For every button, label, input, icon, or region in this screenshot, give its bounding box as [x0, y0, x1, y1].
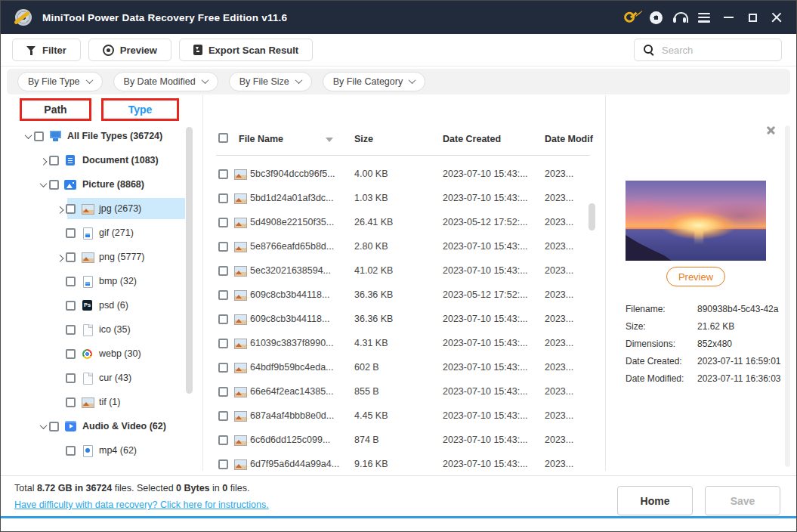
- tree-item-mp4-62[interactable]: mp4 (62): [1, 438, 196, 462]
- checkbox[interactable]: [49, 422, 59, 431]
- row-checkbox[interactable]: [218, 266, 228, 276]
- checkbox[interactable]: [66, 349, 76, 359]
- table-row[interactable]: 5ec32021638594...41.02 KB2023-07-10 15:4…: [203, 258, 605, 283]
- table-row[interactable]: 66e64f2eac14385...855 B2023-07-10 15:43:…: [203, 379, 605, 404]
- chevron-right-icon[interactable]: [37, 158, 49, 163]
- table-row[interactable]: 6c6d6dd125c099...874 B2023-07-10 15:43:.…: [203, 428, 605, 452]
- filter-dropdown-by-date-modified[interactable]: By Date Modified: [113, 72, 218, 91]
- close-preview-icon[interactable]: [765, 124, 777, 136]
- file-type-tree: All File Types (36724)Document (1083)Pic…: [1, 124, 196, 472]
- menu-icon[interactable]: [692, 5, 716, 29]
- tree-item-bmp-32[interactable]: bmp (32): [1, 269, 196, 293]
- checkbox[interactable]: [66, 204, 76, 214]
- row-checkbox[interactable]: [218, 363, 228, 373]
- chevron-down-icon[interactable]: [22, 134, 34, 139]
- preview-button[interactable]: Preview: [88, 39, 171, 61]
- filter-button[interactable]: Filter: [12, 39, 81, 61]
- column-file-name[interactable]: File Name: [239, 134, 283, 144]
- row-checkbox[interactable]: [218, 435, 228, 445]
- tree-item-audio-video-62[interactable]: Audio & Video (62): [1, 414, 196, 438]
- checkbox[interactable]: [34, 131, 44, 141]
- export-scan-result-button[interactable]: Export Scan Result: [179, 39, 313, 61]
- table-row[interactable]: 5d4908e22150f35...26.41 KB2023-05-12 17:…: [203, 210, 605, 234]
- row-checkbox[interactable]: [218, 387, 228, 397]
- content-area: Path Type All File Types (36724)Document…: [1, 95, 796, 475]
- checkbox[interactable]: [49, 156, 59, 165]
- maximize-button[interactable]: [740, 5, 765, 29]
- table-row[interactable]: 6d7f95a6d44a99a4...9.16 KB2023-07-10 15:…: [203, 452, 605, 473]
- checkbox[interactable]: [66, 397, 76, 407]
- checkbox[interactable]: [49, 180, 59, 190]
- key-icon[interactable]: [619, 5, 644, 29]
- help-link[interactable]: Have difficulty with data recovery? Clic…: [14, 500, 269, 510]
- table-row[interactable]: 5e8766eafd65b8d...2.80 KB2023-07-10 15:4…: [203, 234, 605, 258]
- preview-image-button[interactable]: Preview: [666, 267, 725, 286]
- row-checkbox[interactable]: [218, 193, 228, 203]
- chevron-right-icon[interactable]: [54, 255, 66, 260]
- chevron-down-icon[interactable]: [37, 424, 49, 429]
- checkbox[interactable]: [66, 325, 76, 335]
- filter-dropdown-by-file-category[interactable]: By File Category: [323, 72, 425, 91]
- home-button[interactable]: Home: [617, 486, 693, 515]
- table-row[interactable]: 687a4af4bbb8e0d...4.45 KB2023-07-10 15:4…: [203, 404, 605, 428]
- table-row[interactable]: 609c8cb3b44118...36.36 KB2023-07-10 15:4…: [203, 307, 605, 331]
- row-checkbox[interactable]: [218, 459, 228, 469]
- row-checkbox[interactable]: [218, 314, 228, 324]
- photo-icon: [81, 397, 94, 408]
- disc-icon[interactable]: [644, 5, 668, 29]
- chevron-down-icon: [409, 76, 416, 84]
- row-checkbox[interactable]: [218, 290, 228, 300]
- chevron-right-icon[interactable]: [54, 206, 66, 212]
- preview-scrollbar-track[interactable]: [785, 125, 790, 467]
- cell-date-modified: 2023...: [545, 435, 590, 445]
- gif-icon: [81, 276, 94, 287]
- headset-icon[interactable]: [668, 5, 692, 29]
- table-scrollbar[interactable]: [588, 203, 595, 230]
- checkbox[interactable]: [66, 252, 76, 262]
- tree-item-jpg-2673[interactable]: jpg (2673): [1, 196, 196, 221]
- tree-item-all-file-types-36724[interactable]: All File Types (36724): [1, 124, 196, 148]
- tree-item-webp-30[interactable]: webp (30): [1, 342, 196, 366]
- checkbox[interactable]: [66, 228, 76, 238]
- row-checkbox[interactable]: [218, 218, 228, 227]
- tree-item-png-5777[interactable]: png (5777): [1, 245, 196, 269]
- sort-descending-icon[interactable]: [326, 138, 333, 142]
- tab-type[interactable]: Type: [101, 98, 179, 121]
- close-button[interactable]: [765, 5, 789, 29]
- save-button[interactable]: Save: [705, 486, 780, 515]
- row-checkbox[interactable]: [218, 411, 228, 421]
- chevron-down-icon[interactable]: [37, 182, 49, 187]
- checkbox[interactable]: [66, 373, 76, 383]
- select-all-checkbox[interactable]: [218, 133, 228, 143]
- tree-item-picture-8868[interactable]: Picture (8868): [1, 172, 196, 196]
- table-row[interactable]: 5bc3f904dccb96f5...4.00 KB2023-07-10 15:…: [203, 162, 605, 186]
- checkbox[interactable]: [66, 301, 76, 311]
- row-checkbox[interactable]: [218, 339, 228, 348]
- column-size[interactable]: Size: [354, 134, 373, 144]
- table-row[interactable]: 609c8cb3b44118...36.36 KB2023-05-12 17:5…: [203, 283, 605, 307]
- checkbox[interactable]: [66, 446, 76, 456]
- checkbox[interactable]: [66, 277, 76, 286]
- filter-dropdown-by-file-size[interactable]: By File Size: [229, 72, 312, 91]
- search-input[interactable]: [662, 45, 768, 56]
- tree-item-gif-271[interactable]: gif (271): [1, 221, 196, 245]
- tree-item-document-1083[interactable]: Document (1083): [1, 148, 196, 172]
- minimize-button[interactable]: [716, 5, 740, 29]
- cell-file-name: 609c8cb3b44118...: [250, 289, 354, 300]
- column-date-created[interactable]: Date Created: [443, 134, 501, 144]
- table-row[interactable]: 5bd1d24a01af3dc...1.03 KB2023-07-10 15:4…: [203, 186, 605, 210]
- tree-item-tif-1[interactable]: tif (1): [1, 390, 196, 414]
- tree-item-cur-43[interactable]: cur (43): [1, 366, 196, 390]
- row-checkbox[interactable]: [218, 242, 228, 252]
- summary-segment: Total: [14, 483, 37, 493]
- tree-item-psd-6[interactable]: psd (6): [1, 293, 196, 317]
- table-row[interactable]: 64bdf9b59bc4eda...602 B2023-07-10 15:43:…: [203, 355, 605, 379]
- column-date-modified[interactable]: Date Modif: [545, 134, 593, 144]
- row-checkbox[interactable]: [218, 169, 228, 179]
- tree-item-ico-35[interactable]: ico (35): [1, 317, 196, 342]
- filter-dropdown-by-file-type[interactable]: By File Type: [17, 72, 103, 91]
- summary-segment: files.: [112, 483, 137, 493]
- tree-scrollbar[interactable]: [186, 127, 193, 394]
- table-row[interactable]: 61039c3837f8990...4.31 KB2023-07-10 15:4…: [203, 331, 605, 355]
- tab-path[interactable]: Path: [20, 98, 91, 121]
